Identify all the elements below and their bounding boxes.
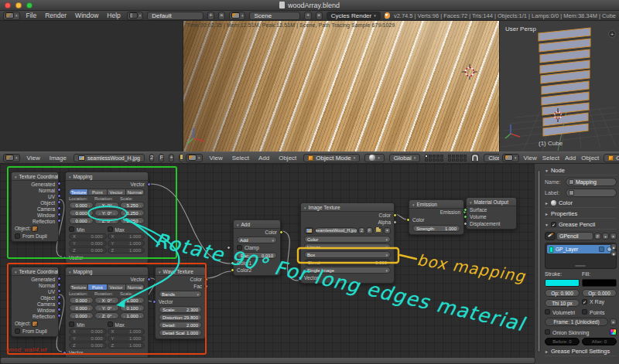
socket-dot[interactable] (147, 277, 151, 281)
menu-view[interactable]: View (523, 155, 538, 162)
socket-dot[interactable] (57, 182, 61, 185)
scale-x-field[interactable]: 1.000 (120, 297, 145, 304)
min-checkbox[interactable]: Min (69, 321, 107, 328)
socket-dot[interactable] (57, 308, 61, 311)
tab-texture[interactable]: Texture (69, 189, 88, 196)
xray-checkbox[interactable]: ✓X Ray (582, 299, 617, 307)
socket-reflection[interactable]: Reflection (15, 313, 55, 319)
max-checkbox[interactable]: Max (108, 226, 145, 233)
projection-select[interactable]: Box▾ (304, 251, 391, 258)
menu-render[interactable]: Render (43, 12, 69, 19)
clamp-row[interactable]: Clamp (237, 244, 277, 251)
menu-file[interactable]: File (24, 12, 39, 19)
node-emission[interactable]: Emission Emission Color Strength:1.000 (409, 199, 464, 235)
scene-icon-button[interactable]: ▾ (229, 12, 246, 20)
socket-color-in[interactable]: Color (412, 216, 460, 224)
min-checkbox[interactable]: Min (69, 226, 107, 233)
color-space-select[interactable]: Color▾ (304, 236, 391, 243)
fac-field[interactable]: Fac:0.010 (237, 252, 277, 259)
mapping-type-tabs[interactable]: Texture Point Vector Normal (69, 189, 145, 196)
editor-type-button[interactable]: ▾ (3, 154, 20, 162)
node-wave-texture[interactable]: Wave Texture Color Fac Bands▾ Vector Sca… (155, 267, 206, 339)
blend-field[interactable]: Blend:0.000 (304, 259, 391, 266)
object-data-icon[interactable] (32, 226, 38, 232)
menu-image[interactable]: Image (47, 155, 69, 162)
socket-object[interactable]: Object (15, 294, 55, 301)
socket-dot[interactable] (57, 314, 61, 318)
editor-type-button[interactable]: ▾ (186, 154, 203, 162)
socket-vector-out[interactable]: Vector (69, 181, 145, 188)
add-scene-button[interactable]: + (304, 12, 311, 20)
scale-x-field[interactable]: 5.250 (120, 202, 145, 209)
menu-add[interactable]: Add (256, 155, 272, 162)
socket-camera[interactable]: Camera (15, 206, 55, 212)
location-y-field[interactable]: 0.000 (69, 304, 94, 311)
screen-layout-icon-button[interactable]: ▾ (127, 12, 144, 20)
socket-camera[interactable]: Camera (15, 301, 55, 307)
strength-field[interactable]: Strength:1.000 (412, 225, 460, 232)
interpolation-select[interactable]: Linear▾ (304, 243, 391, 250)
volumetric-checkbox[interactable]: Volumetri (545, 309, 580, 315)
main-3d-viewport-canvas[interactable]: Time:00:02.35 | Mem:12.51M, Peak:13.51M … (183, 21, 499, 151)
socket-vector-in[interactable]: Vector (159, 298, 202, 305)
socket-dot[interactable] (57, 194, 61, 198)
image-users-button[interactable]: 2 (358, 227, 365, 234)
mode-select[interactable]: Object Mode▾ (303, 154, 360, 162)
max-checkbox[interactable]: Max (108, 321, 145, 328)
node-header[interactable]: Mapping (66, 172, 148, 181)
socket-color-out[interactable]: Color (304, 212, 391, 219)
socket-dot[interactable] (57, 219, 61, 223)
menu-select[interactable]: Select (542, 155, 560, 162)
socket-dot[interactable] (57, 277, 61, 281)
checkbox-icon[interactable]: ✓ (551, 222, 556, 227)
socket-dot[interactable] (298, 276, 302, 280)
tab-normal[interactable]: Normal (126, 284, 145, 291)
gpencil-name-field[interactable]: GPencil (556, 232, 593, 240)
grease-pencil-section-header[interactable]: ▼✓Grease Pencil (545, 221, 617, 230)
socket-vector-out[interactable]: Vector (69, 276, 145, 283)
snap-magnet-button[interactable] (471, 154, 479, 162)
socket-dot[interactable] (152, 300, 156, 304)
socket-vector-in[interactable]: Vector (69, 254, 145, 261)
node-header[interactable]: Add (234, 220, 280, 229)
distortion-field[interactable]: Distortion:29.800 (159, 314, 202, 321)
socket-dot[interactable] (231, 261, 234, 265)
socket-normal[interactable]: Normal (15, 187, 55, 193)
new-image-button[interactable]: + (169, 154, 174, 162)
layer-color-swatch[interactable] (549, 247, 553, 253)
open-image-button[interactable] (374, 227, 383, 234)
menu-view[interactable]: View (25, 155, 43, 162)
node-mapping-top[interactable]: Mapping Vector Texture Point Vector Norm… (65, 172, 149, 264)
menu-view[interactable]: View (207, 155, 225, 162)
node-header[interactable]: Texture Coordinate (12, 267, 58, 276)
tab-texture[interactable]: Texture (69, 284, 88, 291)
checkbox-icon[interactable] (15, 328, 20, 334)
socket-dot[interactable] (147, 182, 151, 186)
socket-dot[interactable] (57, 289, 61, 293)
secondary-3d-viewport-canvas[interactable]: User Persp (1) Cube + (499, 21, 619, 151)
socket-generated[interactable]: Generated (15, 276, 55, 282)
node-material-output[interactable]: Material Output Surface Volume Displacem… (466, 197, 517, 230)
node-texture-coordinate-top[interactable]: Texture Coordinate Generated Normal UV O… (11, 172, 59, 242)
panel-rollout-icon[interactable]: + (608, 30, 616, 38)
socket-dot[interactable] (204, 277, 208, 281)
tab-vector[interactable]: Vector (108, 189, 126, 196)
detail-scale-field[interactable]: Detail Scal1.000 (159, 329, 202, 336)
frame-lock-button[interactable]: Frame: 1 (Unlocked) (545, 318, 608, 326)
fill-opacity-field[interactable]: Op: 0.000 (582, 289, 617, 297)
image-datablock-field[interactable]: seamlessWood_H.jpg (74, 154, 145, 162)
gp-settings-section-header[interactable]: ►Grease Pencil Settings (545, 348, 617, 356)
mapping-type-tabs[interactable]: Texture Point Vector Normal (69, 284, 145, 291)
mode-select[interactable]: Object Mode (604, 154, 619, 162)
socket-emission-out[interactable]: Emission (412, 209, 460, 216)
node-image-texture[interactable]: Image Texture Color Alpha seamlessWood_H… (300, 202, 395, 284)
socket-object[interactable]: Object (15, 199, 55, 206)
checkbox-icon[interactable] (237, 245, 242, 250)
socket-color2-in[interactable]: Color2 (237, 267, 277, 274)
socket-alpha-out[interactable]: Alpha (304, 219, 391, 226)
socket-surface-in[interactable]: Surface (470, 206, 513, 213)
editor-type-button[interactable]: ▾ (3, 12, 20, 20)
editor-type-button[interactable]: ▾ (502, 154, 519, 162)
menu-window[interactable]: Window (73, 12, 101, 19)
fill-color-swatch[interactable] (582, 279, 617, 287)
